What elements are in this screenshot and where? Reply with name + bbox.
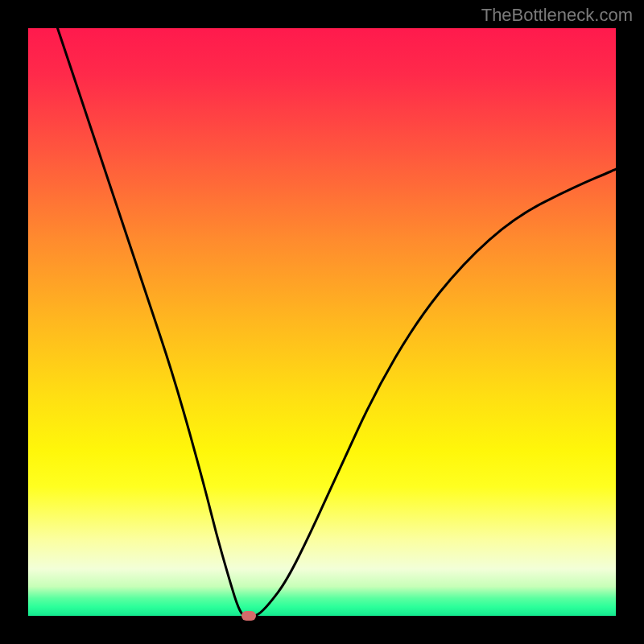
curve-path <box>58 28 617 616</box>
chart-plot-area <box>28 28 616 616</box>
chart-marker <box>242 611 256 621</box>
chart-outer <box>0 0 644 644</box>
chart-curve <box>28 28 616 616</box>
watermark-text: TheBottleneck.com <box>481 5 633 26</box>
